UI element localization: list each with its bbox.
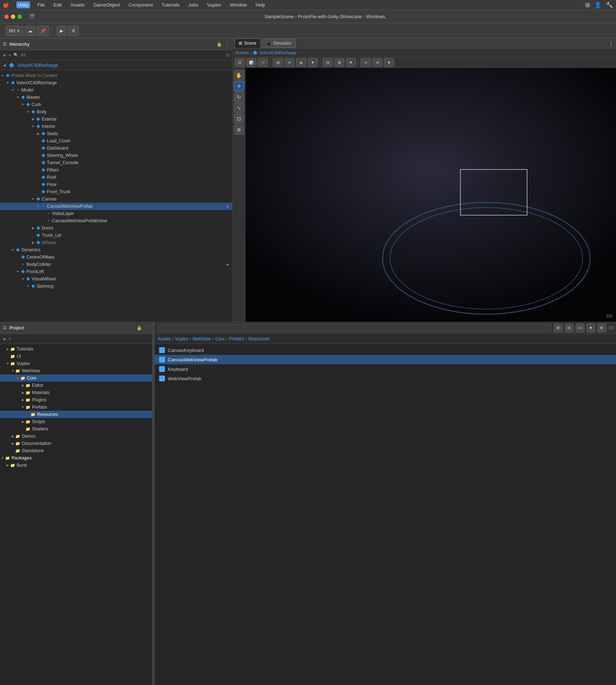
collapse-arrow-icon[interactable] [5, 361, 10, 366]
collapse-arrow-icon[interactable] [20, 102, 25, 107]
hierarchy-item-volvo-root[interactable]: 🔷VolvoXC40Recharge [0, 79, 232, 86]
hierarchy-item-pillars[interactable]: 🔷Pillars [0, 166, 232, 174]
scene-gizmos-btn[interactable]: ⊞ [273, 58, 283, 67]
hierarchy-item-canvas-webview-prefabview[interactable]: 🔹CanvasWebViewPrefabView [0, 217, 232, 224]
collapse-arrow-icon[interactable] [15, 269, 20, 274]
collapse-arrow-icon[interactable] [20, 276, 25, 281]
expand-arrow-icon[interactable] [36, 131, 41, 136]
hierarchy-item-canvas[interactable]: 🔷Canvas [0, 195, 232, 203]
scene-search-btn[interactable]: ▼ [346, 58, 356, 67]
collapse-arrow-icon[interactable] [15, 376, 20, 381]
menu-unity[interactable]: Unity [16, 1, 30, 8]
collapse-arrow-icon[interactable] [0, 73, 5, 78]
play-button[interactable]: ▶ [57, 26, 66, 36]
hierarchy-item-model[interactable]: 🔹Model [0, 86, 232, 94]
scale-tool-button[interactable]: ⤡ [234, 103, 244, 113]
hierarchy-item-canvas-webview-prefab[interactable]: 🔹CanvasWebViewPrefab▶ [0, 203, 232, 210]
hierarchy-item-centre-of-mass[interactable]: 🔷CentreOfMass [0, 254, 232, 261]
scene-move-btn[interactable]: ⊟ [323, 58, 333, 67]
hierarchy-item-interior[interactable]: 🔷Interior [0, 123, 232, 130]
scene-3d-btn[interactable]: 🎲 [246, 58, 256, 67]
collapse-arrow-icon[interactable] [10, 247, 15, 252]
project-item-editor[interactable]: 📁Editor [0, 382, 152, 389]
hierarchy-item-seats[interactable]: 🔷Seats [0, 130, 232, 137]
hierarchy-item-front-trunk[interactable]: 🔷Front_Trunk [0, 188, 232, 195]
hierarchy-item-load-cover[interactable]: 🔷Load_Cover [0, 137, 232, 145]
menu-tutorials[interactable]: Tutorials [160, 1, 181, 8]
assets-search-input[interactable] [158, 324, 552, 332]
expand-arrow-icon[interactable] [20, 419, 25, 424]
project-item-scripts[interactable]: 📁Scripts [0, 418, 152, 425]
menu-gameobject[interactable]: GameObject [92, 1, 121, 8]
collapse-arrow-icon[interactable] [15, 95, 20, 100]
menu-assets[interactable]: Assets [69, 1, 86, 8]
maximize-button[interactable] [17, 15, 22, 19]
tab-simulator[interactable]: 📱 Simulator [262, 38, 296, 48]
rect-tool-button[interactable]: ⊡ [234, 114, 244, 124]
collapse-arrow-icon[interactable] [31, 124, 36, 129]
project-item-materials[interactable]: 📁Materials [0, 389, 152, 396]
hierarchy-item-front-left[interactable]: 🔷FrontLeft [0, 268, 232, 275]
hierarchy-item-exterior[interactable]: 🔷Exterior [0, 115, 232, 123]
expand-arrow-icon[interactable] [5, 346, 10, 352]
scene-audio-btn[interactable]: ▼ [308, 58, 318, 67]
pause-button[interactable]: ⏸ [68, 26, 79, 36]
project-item-core[interactable]: 📁Core [0, 374, 152, 382]
expand-arrow-icon[interactable] [20, 383, 25, 388]
hierarchy-item-video-layer[interactable]: 🔹VideoLayer [0, 210, 232, 217]
asset-item-canvas-keyboard[interactable]: 🔹 CanvasKeyboard [155, 345, 616, 355]
project-item-tutorials[interactable]: 📁Tutorials [0, 345, 152, 353]
expand-arrow-icon[interactable] [20, 397, 25, 402]
cloud-button[interactable]: ☁ [25, 26, 36, 36]
asset-item-canvas-webview-prefab[interactable]: 🔹 CanvasWebViewPrefab [155, 355, 616, 364]
project-item-webview[interactable]: 📁WebView [0, 367, 152, 374]
assets-tag-btn[interactable]: 🏷 [576, 324, 584, 332]
scene-vis3-btn[interactable]: ▼ [384, 58, 394, 67]
asset-item-keyboard[interactable]: 🔹 Keyboard [155, 364, 616, 374]
collapse-arrow-icon[interactable] [25, 284, 31, 289]
asset-item-webview-prefab[interactable]: 🔹 WebViewPrefab [155, 374, 616, 383]
project-item-plugins[interactable]: 📁Plugins [0, 396, 152, 404]
scene-more-icon[interactable]: ⋮ [608, 40, 614, 47]
project-item-shaders[interactable]: 📁Shaders [0, 425, 152, 433]
expand-arrow-icon[interactable] [5, 463, 10, 468]
scene-vis2-btn[interactable]: ≋ [372, 58, 382, 67]
menu-file[interactable]: File [36, 1, 46, 8]
account-button[interactable]: BH ▼ [6, 26, 23, 36]
close-button[interactable] [4, 15, 9, 19]
hierarchy-item-dashboard[interactable]: 🔷Dashboard [0, 145, 232, 152]
project-item-burst[interactable]: 📁Burst [0, 462, 152, 469]
collapse-arrow-icon[interactable] [36, 204, 41, 209]
hierarchy-item-curb[interactable]: 🔷Curb [0, 101, 232, 108]
rotate-tool-button[interactable]: ↻ [234, 92, 244, 102]
assets-list-view-btn[interactable]: ⊟ [565, 324, 574, 332]
collapse-arrow-icon[interactable] [20, 405, 25, 410]
collapse-arrow-icon[interactable] [10, 368, 15, 373]
hierarchy-item-body-collider[interactable]: 🔹BodyCollider▶ [0, 261, 232, 268]
menu-window[interactable]: Window [228, 1, 248, 8]
menu-jobs[interactable]: Jobs [187, 1, 200, 8]
hierarchy-item-prefab-mode[interactable]: 🔷Prefab Mode in Context [0, 72, 232, 79]
hierarchy-item-dynamics[interactable]: 🔷Dynamics [0, 246, 232, 254]
tab-scene[interactable]: ⊞ Scene [235, 38, 260, 48]
minimize-button[interactable] [11, 15, 15, 19]
project-item-resources[interactable]: 📁Resources [0, 411, 152, 418]
scene-persp-btn[interactable]: ▽ [258, 58, 268, 67]
transform-tool-button[interactable]: ⊕ [234, 125, 244, 135]
assets-eye-btn[interactable]: 👁 [597, 324, 606, 332]
hierarchy-item-visual-wheel[interactable]: 🔷VisualWheel [0, 275, 232, 283]
project-item-standalone[interactable]: 📁Standalone [0, 447, 152, 454]
hand-tool-button[interactable]: ✋ [234, 70, 244, 80]
collapse-arrow-icon[interactable] [0, 455, 5, 461]
expand-arrow-icon[interactable] [31, 117, 36, 122]
hierarchy-item-roof[interactable]: 🔷Roof [0, 174, 232, 181]
expand-arrow-icon[interactable] [31, 226, 36, 231]
collapse-arrow-icon[interactable] [31, 196, 36, 202]
project-item-documentation[interactable]: 📁Documentation [0, 440, 152, 447]
assets-grid-view-btn[interactable]: ⊞ [554, 324, 563, 332]
hierarchy-item-wheels[interactable]: 🔷Wheels [0, 239, 232, 246]
hierarchy-item-body[interactable]: 🔷Body [0, 108, 232, 115]
hierarchy-item-steering-wheel[interactable]: 🔷Steering_Wheel [0, 152, 232, 159]
scene-fx-btn[interactable]: ◈ [296, 58, 306, 67]
collab-button[interactable]: 📌 [37, 26, 49, 36]
